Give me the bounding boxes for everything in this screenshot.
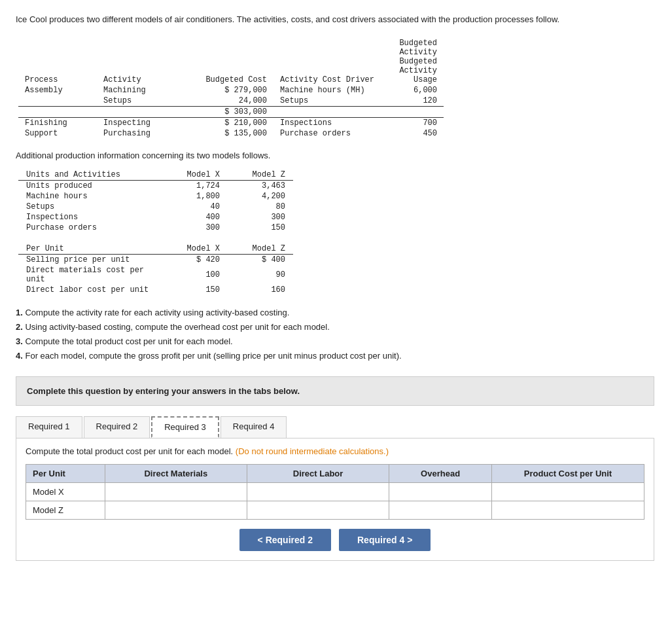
model-x-dm-input[interactable] [105,483,247,501]
item1-text: Compute the activity rate for each activ… [23,308,290,317]
tab-instruction-main: Compute the total product cost per unit … [26,446,233,456]
per-unit-header: Per Unit [18,243,162,255]
setups-x: 40 [162,202,228,212]
num4: 4. [16,351,23,361]
cost-machining: $ 279,000 [182,85,273,96]
nav-buttons: < Required 2 Required 4 > [26,529,644,551]
cost-setups: 24,000 [182,96,273,107]
prev-button[interactable]: < Required 2 [239,529,331,551]
cost-subtotal: $ 303,000 [182,106,273,117]
model-x-oh-input[interactable] [389,483,491,501]
model-z-dm-input[interactable] [105,501,247,519]
usage-inspections: 700 [391,117,444,128]
col-per-unit: Per Unit [26,464,105,482]
num1: 1. [16,308,23,317]
model-z-dl-input[interactable] [247,501,389,519]
inspections-z: 300 [228,212,293,223]
per-unit-table: Per Unit Model X Model Z Selling price p… [18,243,293,295]
mh-z: 4,200 [228,191,293,202]
row-empty2 [97,106,182,117]
tab-required2[interactable]: Required 2 [84,416,150,438]
model-z-header: Model Z [228,170,293,181]
model-z-dm-cell[interactable] [105,501,247,519]
tab-required3[interactable]: Required 3 [151,416,219,438]
dm-cost-x: 100 [162,265,228,285]
model-x-dl-cell[interactable] [247,482,389,501]
tab4-label: Required 4 [233,421,275,431]
table-row: Model X [26,482,644,501]
col-direct-materials: Direct Materials [105,464,247,482]
purchase-orders-label: Purchase orders [18,223,162,233]
next-button[interactable]: Required 4 > [339,529,431,551]
usage-setups: 120 [391,96,444,107]
model-x-dl-input[interactable] [247,483,389,501]
process-col-header: Process [18,38,97,85]
item3-text: Compute the total product cost per unit … [23,336,233,346]
tab-instruction-note: (Do not round intermediate calculations.… [236,446,389,456]
num2: 2. [16,322,23,332]
model-x-header: Model X [162,170,228,181]
model-z-oh-cell[interactable] [389,501,492,519]
process-finishing: Finishing [18,117,97,128]
selling-price-label: Selling price per unit [18,254,162,265]
tab3-label: Required 3 [164,422,206,432]
item4-text: For each model, compute the gross profit… [23,351,402,361]
process-table: Process Activity Budgeted Cost Activity … [18,38,444,139]
driver-col-header: Activity Cost Driver [273,38,391,85]
activity-purchasing: Purchasing [97,128,182,139]
additional-text: Additional production information concer… [16,151,654,160]
selling-price-x: $ 420 [162,254,228,265]
model-x-pc-input[interactable] [492,483,644,501]
dm-cost-label: Direct materials cost per unit [18,265,162,285]
tab-instruction: Compute the total product cost per unit … [26,446,644,456]
pu-model-z-header: Model Z [228,243,293,255]
process-support: Support [18,128,97,139]
pu-model-x-header: Model X [162,243,228,255]
usage-purchase-orders: 450 [391,128,444,139]
units-z: 3,463 [228,180,293,191]
tabs-container: Required 1 Required 2 Required 3 Require… [16,416,654,438]
model-x-dm-cell[interactable] [105,482,247,501]
model-z-dl-cell[interactable] [247,501,389,519]
dl-cost-z: 160 [228,285,293,295]
table-row: Model Z [26,501,644,519]
units-x: 1,724 [162,180,228,191]
activity-inspecting: Inspecting [97,117,182,128]
inspections-x: 400 [162,212,228,223]
po-z: 150 [228,223,293,233]
units-table: Units and Activities Model X Model Z Uni… [18,170,293,233]
col-overhead: Overhead [389,464,492,482]
units-header: Units and Activities [18,170,162,181]
po-x: 300 [162,223,228,233]
tab-required1[interactable]: Required 1 [16,416,82,438]
complete-box: Complete this question by entering your … [16,376,654,406]
driver-purchase-orders: Purchase orders [273,128,391,139]
intro-text: Ice Cool produces two different models o… [16,13,654,26]
model-x-oh-cell[interactable] [389,482,492,501]
cost-col-header: Budgeted Cost [182,38,273,85]
tab2-label: Required 2 [96,421,138,431]
dl-cost-x: 150 [162,285,228,295]
tab-required4[interactable]: Required 4 [220,416,287,438]
model-x-pc-cell[interactable] [492,482,644,501]
usage-col-header: BudgetedActivityBudgeted Activity Usage [391,38,444,85]
units-produced-label: Units produced [18,180,162,191]
activity-col-header: Activity [97,38,182,85]
tab-content: Compute the total product cost per unit … [16,438,654,561]
machine-hours-label: Machine hours [18,191,162,202]
model-z-pc-cell[interactable] [492,501,644,519]
model-x-label: Model X [26,482,105,501]
driver-setups: Setups [273,96,391,107]
process-empty [18,96,97,107]
model-z-pc-input[interactable] [492,501,644,519]
dl-cost-label: Direct labor cost per unit [18,285,162,295]
model-z-oh-input[interactable] [389,501,491,519]
answer-table: Per Unit Direct Materials Direct Labor O… [26,464,644,520]
row-empty3 [273,106,391,117]
setups-label: Setups [18,202,162,212]
model-z-label: Model Z [26,501,105,519]
cost-purchasing: $ 135,000 [182,128,273,139]
item2-text: Using activity-based costing, compute th… [23,322,330,332]
row-empty1 [18,106,97,117]
num3: 3. [16,336,23,346]
